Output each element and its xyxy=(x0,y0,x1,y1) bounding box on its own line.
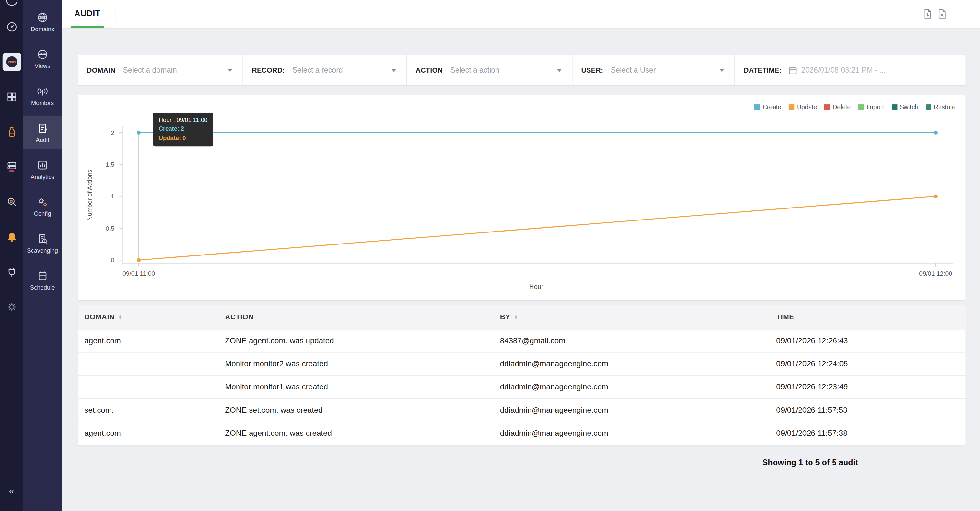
audit-chart: CreateUpdateDeleteImportSwitchRestore 00… xyxy=(78,95,966,300)
svg-text:Hour: Hour xyxy=(529,283,544,290)
dns-label: DNS xyxy=(9,169,14,172)
nav-label-analytics: Analytics xyxy=(30,173,54,180)
filter-record: RECORD: Select a record xyxy=(242,55,406,85)
pagination-summary: Showing 1 to 5 of 5 audit xyxy=(78,458,966,467)
sort-icon[interactable] xyxy=(118,314,122,320)
legend-label: Create xyxy=(762,104,781,111)
tab-bar: AUDIT xyxy=(62,0,980,29)
tab-audit-label: AUDIT xyxy=(74,8,100,18)
discovery-search-icon[interactable] xyxy=(2,193,21,212)
filter-record-label: RECORD: xyxy=(252,66,285,73)
legend-item[interactable]: Update xyxy=(789,104,817,111)
cell-action: Monitor monitor2 was created xyxy=(219,352,494,376)
audit-line-chart: 00.511.5209/01 11:0009/01 12:00Number of… xyxy=(78,95,966,295)
nav-label-schedule: Schedule xyxy=(30,284,55,291)
nav-label-monitors: Monitors xyxy=(31,99,54,106)
column-header-action: ACTION xyxy=(219,305,494,329)
nav-item-schedule[interactable]: Schedule xyxy=(23,263,62,297)
cdns-label: CDNS xyxy=(8,61,16,64)
table-row[interactable]: agent.com.ZONE agent.com. was createdddi… xyxy=(78,422,966,445)
dashboard-gauge-icon[interactable] xyxy=(2,18,21,36)
content-area: DOMAIN Select a domain RECORD: Select a … xyxy=(62,29,980,511)
table-row[interactable]: set.com.ZONE set.com. was createdddiadmi… xyxy=(78,398,966,422)
nav-label-audit: Audit xyxy=(36,136,49,143)
filter-domain-select[interactable]: Select a domain xyxy=(123,65,233,74)
nav-item-analytics[interactable]: Analytics xyxy=(23,153,62,186)
table-row[interactable]: agent.com.ZONE agent.com. was updated843… xyxy=(78,329,966,352)
product-rail: CDNS DNS xyxy=(0,0,23,511)
filter-domain-placeholder: Select a domain xyxy=(123,65,228,74)
audit-table-card: DOMAIN ACTION BY xyxy=(78,305,966,445)
legend-label: Delete xyxy=(832,104,851,111)
cell-by: 84387@gmail.com xyxy=(494,329,770,352)
nav-item-audit[interactable]: Audit xyxy=(23,116,62,150)
legend-item[interactable]: Create xyxy=(754,104,781,111)
filter-action: ACTION Select a action xyxy=(406,55,572,85)
export-pdf-icon[interactable] xyxy=(923,9,933,19)
table-row[interactable]: Monitor monitor2 was createdddiadmin@man… xyxy=(78,352,966,376)
nav-label-scavenging: Scavenging xyxy=(27,247,58,253)
column-header-by-label: BY xyxy=(500,313,511,321)
filter-record-select[interactable]: Select a record xyxy=(292,65,396,74)
legend-swatch xyxy=(891,104,897,110)
column-header-by[interactable]: BY xyxy=(494,305,770,329)
chevron-down-icon xyxy=(391,68,396,72)
cell-time: 09/01/2026 12:26:43 xyxy=(770,329,966,352)
cell-by: ddiadmin@manageengine.com xyxy=(494,422,770,445)
legend-swatch xyxy=(754,104,760,110)
audit-table-body: agent.com.ZONE agent.com. was updated843… xyxy=(78,329,966,445)
integrations-plug-icon[interactable] xyxy=(2,263,21,282)
tab-audit[interactable]: AUDIT xyxy=(71,0,104,28)
column-header-action-label: ACTION xyxy=(225,313,254,321)
nav-item-monitors[interactable]: Monitors xyxy=(23,79,62,113)
sort-icon[interactable] xyxy=(514,314,518,320)
audit-table: DOMAIN ACTION BY xyxy=(78,305,966,445)
nav-item-config[interactable]: Config xyxy=(23,189,62,223)
legend-item[interactable]: Import xyxy=(858,104,884,111)
filter-action-select[interactable]: Select a action xyxy=(450,65,562,74)
nav-item-views[interactable]: VIEWS Views xyxy=(23,42,62,76)
column-header-time-label: TIME xyxy=(776,313,794,321)
table-row[interactable]: Monitor monitor1 was createdddiadmin@man… xyxy=(78,376,966,398)
chevron-down-icon xyxy=(719,68,724,72)
calendar-icon xyxy=(788,65,797,75)
cell-action: ZONE agent.com. was created xyxy=(219,422,494,445)
cell-domain: set.com. xyxy=(78,398,219,422)
cell-time: 09/01/2026 11:57:53 xyxy=(770,398,966,422)
alerts-bell-icon[interactable] xyxy=(2,228,21,247)
svg-text:0: 0 xyxy=(111,257,115,264)
collapse-sidebar-button[interactable]: « xyxy=(9,486,14,495)
svg-text:Number of Actions: Number of Actions xyxy=(86,170,93,220)
filter-record-placeholder: Select a record xyxy=(292,65,391,74)
cell-action: Monitor monitor1 was created xyxy=(219,376,494,398)
filter-domain-label: DOMAIN xyxy=(87,66,115,73)
export-actions xyxy=(923,9,948,19)
cell-time: 09/01/2026 12:24:05 xyxy=(770,352,966,376)
table-header-row: DOMAIN ACTION BY xyxy=(78,305,966,329)
dns-server-icon[interactable]: DNS xyxy=(2,158,21,177)
legend-item[interactable]: Switch xyxy=(891,104,918,111)
legend-label: Switch xyxy=(900,104,918,111)
export-excel-icon[interactable] xyxy=(937,9,948,19)
filter-user-select[interactable]: Select a User xyxy=(611,65,725,74)
cdns-product-icon[interactable]: CDNS xyxy=(2,53,21,71)
nav-item-domains[interactable]: .com Domains xyxy=(23,5,62,38)
cell-domain xyxy=(78,376,219,398)
svg-text:1.5: 1.5 xyxy=(106,161,115,168)
filter-domain: DOMAIN Select a domain xyxy=(78,55,242,85)
legend-item[interactable]: Delete xyxy=(824,104,851,111)
chart-legend: CreateUpdateDeleteImportSwitchRestore xyxy=(754,104,956,111)
jar-icon[interactable] xyxy=(2,123,21,142)
ipam-grid-icon[interactable] xyxy=(2,88,21,107)
nav-item-scavenging[interactable]: Scavenging xyxy=(23,226,62,260)
module-nav: .com Domains VIEWS Views Monitors Audit xyxy=(23,0,62,511)
admin-settings-icon[interactable] xyxy=(2,298,21,317)
cell-by: ddiadmin@manageengine.com xyxy=(494,398,770,422)
svg-text:2: 2 xyxy=(111,129,115,136)
column-header-domain[interactable]: DOMAIN xyxy=(78,305,219,329)
legend-item[interactable]: Restore xyxy=(926,104,956,111)
views-icon-text: VIEWS xyxy=(40,52,46,54)
app-logo xyxy=(4,0,19,8)
filter-datetime-picker[interactable]: 2026/01/08 03:21 PM - ... xyxy=(788,65,886,75)
cell-domain xyxy=(78,352,219,376)
